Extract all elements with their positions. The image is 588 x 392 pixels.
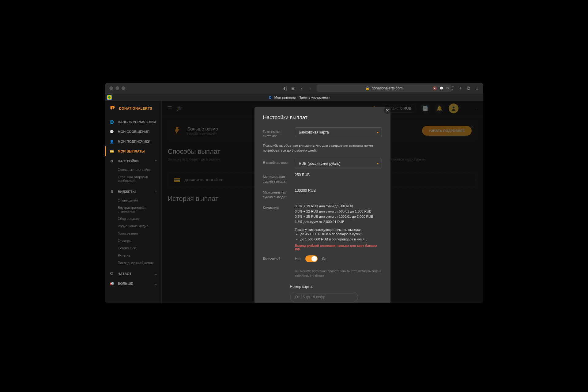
sidebar-item-settings[interactable]: ⚙ НАСТРОЙКИ ⌃ xyxy=(105,156,161,166)
sidebar-item-messages[interactable]: 💬 МОИ СООБЩЕНИЯ xyxy=(105,127,161,137)
minimize-dot[interactable] xyxy=(115,86,119,90)
sub-polls[interactable]: Голосования xyxy=(118,230,161,237)
sidebar-item-payouts[interactable]: 💳 МОИ ВЫПЛАТЫ xyxy=(105,146,161,156)
back-button[interactable]: ‹ xyxy=(300,85,304,92)
gdrive-favicon[interactable] xyxy=(107,95,112,100)
lock-icon: 🔒 xyxy=(365,86,370,90)
svg-point-0 xyxy=(112,107,113,108)
fee-label: Комиссия: xyxy=(263,204,290,210)
main: ☰ 🎓 Баланс: 0 RUB 📄 🔔 ⌄ xyxy=(162,101,483,303)
currency-label: В какой валюте: xyxy=(263,159,290,165)
sidebar-icon[interactable]: ▣ xyxy=(291,86,295,91)
sub-basic-settings[interactable]: Основные настройки xyxy=(118,166,161,173)
sub-fundraising[interactable]: Сбор средств xyxy=(118,215,161,222)
close-dot[interactable] xyxy=(109,86,113,90)
logo-text: DONATIONALERTS xyxy=(119,107,153,110)
enabled-hint: Вы можете временно приостановить этот ме… xyxy=(295,269,382,279)
sidebar: DONATIONALERTS 🌐 ПАНЕЛЬ УПРАВЛЕНИЯ 💬 МОИ… xyxy=(105,101,162,303)
chevron-up-icon: ⌃ xyxy=(155,190,157,194)
card-number-label: Номер карты: xyxy=(290,285,382,289)
sub-media[interactable]: Размещение медиа xyxy=(118,222,161,230)
url-bar[interactable]: 🔒 donationalerts.com 🔇 💬 ↻ xyxy=(317,85,451,92)
traffic-lights xyxy=(109,86,125,90)
zoom-dot[interactable] xyxy=(122,86,125,90)
svg-rect-1 xyxy=(112,108,113,109)
chevron-up-icon: ⌃ xyxy=(155,160,157,163)
warning-text: Вывод рублей возможен только для карт ба… xyxy=(295,244,382,251)
no-label: Нет xyxy=(295,257,301,261)
app: DONATIONALERTS 🌐 ПАНЕЛЬ УПРАВЛЕНИЯ 💬 МОИ… xyxy=(105,101,483,303)
translate-icon[interactable]: 💬 xyxy=(439,86,444,90)
sub-corona[interactable]: Corona alert xyxy=(118,244,161,252)
chevron-down-icon: ⌄ xyxy=(155,272,157,276)
enabled-toggle[interactable] xyxy=(305,255,318,262)
sub-message-page[interactable]: Страница отправки сообщений xyxy=(118,173,161,184)
widgets-icon: ⠿ xyxy=(109,189,114,194)
shield-icon[interactable]: ◐ xyxy=(283,86,287,91)
downloads-icon[interactable]: ⤓ xyxy=(475,85,479,91)
gear-icon: ⚙ xyxy=(109,159,114,164)
tabs-icon[interactable]: ⧉ xyxy=(467,85,470,91)
yes-label: Да xyxy=(322,257,326,261)
limits-title: Также учтите следующие лимиты вывода: xyxy=(295,228,382,232)
max-amount-label: Максимальная сумма вывода: xyxy=(263,188,290,200)
chat-icon: 🗨 xyxy=(109,271,114,276)
sidebar-item-widgets[interactable]: ⠿ ВИДЖЕТЫ ⌃ xyxy=(105,187,161,197)
titlebar: ◐ ▣ ‹ › 🔒 donationalerts.com 🔇 💬 ↻ ⤴ + ⧉… xyxy=(105,83,483,94)
sidebar-item-chatbot[interactable]: 🗨 ЧАТБОТ ⌄ xyxy=(105,269,161,279)
min-amount-value: 250 RUB xyxy=(295,173,382,177)
min-amount-label: Минимальная сумма вывода: xyxy=(263,173,290,184)
processing-notice: Пожалуйста, обратите внимание, что для з… xyxy=(263,143,382,153)
logo-icon xyxy=(109,105,116,112)
currency-select[interactable]: RUB (российский рубль) xyxy=(295,159,382,168)
url-text: donationalerts.com xyxy=(371,86,402,90)
fee-list: 0,5% + 19 RUB для сумм до 500 RUB 0,5% +… xyxy=(295,204,382,224)
card-icon: 💳 xyxy=(109,149,114,154)
message-icon: 💬 xyxy=(109,129,114,134)
sidebar-item-dashboard[interactable]: 🌐 ПАНЕЛЬ УПРАВЛЕНИЯ xyxy=(105,117,161,127)
logo[interactable]: DONATIONALERTS xyxy=(105,101,161,116)
payment-system-label: Платёжная система: xyxy=(263,127,290,139)
close-icon[interactable]: ✕ xyxy=(384,107,390,114)
payout-settings-modal: ✕ Настройки выплат Платёжная система: Ба… xyxy=(254,107,390,303)
reload-icon[interactable]: ↻ xyxy=(446,86,449,90)
modal-overlay[interactable]: ✕ Настройки выплат Платёжная система: Ба… xyxy=(162,101,483,303)
sub-alerts[interactable]: Оповещения xyxy=(118,197,161,204)
sidebar-item-more[interactable]: 📢 БОЛЬШЕ ⌄ xyxy=(105,279,161,288)
site-favicon: D xyxy=(268,95,273,100)
sidebar-item-subscribers[interactable]: 👤 МОИ ПОДПИСЧИКИ xyxy=(105,137,161,146)
chevron-down-icon: ⌄ xyxy=(155,282,157,285)
payment-system-select[interactable]: Банковская карта xyxy=(295,127,382,137)
enabled-label: Включено? xyxy=(263,256,290,261)
max-amount-value: 100000 RUB xyxy=(295,188,382,193)
sub-stream-stats[interactable]: Внутристримовая статистика xyxy=(118,204,161,215)
new-tab-icon[interactable]: + xyxy=(459,85,462,91)
browser-window: ◐ ▣ ‹ › 🔒 donationalerts.com 🔇 💬 ↻ ⤴ + ⧉… xyxy=(105,83,483,303)
forward-button[interactable]: › xyxy=(308,85,312,92)
tab-title[interactable]: D Мои выплаты - Панель управления xyxy=(268,95,330,100)
share-icon[interactable]: ⤴ xyxy=(451,85,454,91)
megaphone-icon: 📢 xyxy=(109,281,114,286)
sub-last-messages[interactable]: Последние сообщения xyxy=(118,259,161,266)
globe-icon: 🌐 xyxy=(109,119,114,124)
person-icon: 👤 xyxy=(109,139,114,144)
tab-strip: D Мои выплаты - Панель управления xyxy=(105,94,483,101)
sub-stickers[interactable]: Стикеры xyxy=(118,237,161,244)
card-number-input[interactable]: От 16 до 19 цифр xyxy=(290,292,358,302)
limits-list: до 350 000 RUB и 5 переводов в сутки; до… xyxy=(295,232,382,242)
modal-title: Настройки выплат xyxy=(263,115,382,121)
sub-roulette[interactable]: Рулетка xyxy=(118,252,161,259)
mute-icon[interactable]: 🔇 xyxy=(433,86,437,90)
